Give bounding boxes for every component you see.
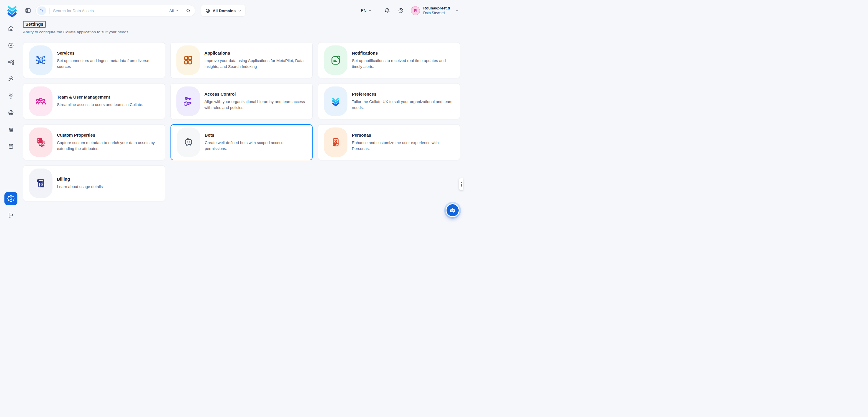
- page-title: Settings: [23, 21, 46, 28]
- card-services[interactable]: Services Set up connectors and ingest me…: [23, 42, 165, 78]
- bot-face-icon: [183, 136, 194, 148]
- services-hub-icon: [35, 54, 46, 66]
- card-personas[interactable]: Personas Enhance and customize the user …: [318, 124, 460, 160]
- card-bots[interactable]: Bots Create well-defined bots with scope…: [170, 124, 313, 160]
- chevron-down-icon[interactable]: [455, 9, 459, 13]
- hand-key-icon: [182, 95, 194, 107]
- card-description: Create well-defined bots with scoped acc…: [205, 140, 305, 151]
- card-description: Tailor the Collate UX to suit your organ…: [352, 99, 453, 110]
- glossary-book-icon[interactable]: [8, 143, 14, 150]
- domains-label: All Domains: [213, 8, 236, 13]
- card-applications[interactable]: Applications Improve your data using App…: [170, 42, 313, 78]
- user-name: Rounakpreet.d: [423, 6, 450, 11]
- help-icon[interactable]: [398, 8, 404, 13]
- chat-bot-icon: [448, 206, 457, 214]
- topbar-right-cluster: EN R Rounakpreet.d Data Steward: [361, 0, 459, 21]
- page-subtitle: Ability to configure the Collate applica…: [23, 30, 460, 34]
- card-description: Capture custom metadata to enrich your d…: [57, 140, 158, 151]
- notifications-bell-icon[interactable]: [384, 8, 390, 13]
- user-avatar[interactable]: R: [411, 6, 420, 16]
- svg-text:$: $: [41, 183, 43, 186]
- card-title: Bots: [205, 133, 305, 138]
- team-users-icon: [35, 95, 46, 107]
- chevron-down-icon: [368, 9, 372, 12]
- card-title: Team & User Management: [57, 95, 158, 99]
- sidebar-item-settings-active[interactable]: [4, 192, 18, 205]
- notifications-tile: [324, 46, 347, 75]
- access-control-tile: [176, 87, 200, 116]
- chevron-down-icon: [175, 9, 179, 12]
- domains-filter-button[interactable]: All Domains: [201, 5, 245, 16]
- insights-bulb-icon[interactable]: [8, 93, 14, 99]
- main-content: Settings Ability to configure the Collat…: [23, 21, 460, 201]
- card-title: Applications: [205, 51, 305, 56]
- card-preferences[interactable]: Preferences Tailor the Collate UX to sui…: [318, 83, 460, 119]
- card-access-control[interactable]: Access Control Align with your organizat…: [170, 83, 313, 119]
- globe-icon: [205, 8, 210, 13]
- preferences-tile: [324, 87, 347, 116]
- edge-tab-dot: [461, 182, 462, 183]
- sidebar-toggle-icon[interactable]: [25, 7, 31, 14]
- logout-icon[interactable]: [8, 212, 14, 218]
- settings-gear-icon: [7, 195, 14, 202]
- card-description: Improve your data using Applications for…: [205, 58, 305, 69]
- card-description: Set up notifications to received real-ti…: [352, 58, 453, 69]
- persona-card-icon: [330, 136, 342, 148]
- user-role: Data Steward: [423, 11, 450, 16]
- team-tile: [29, 87, 53, 116]
- card-custom-properties[interactable]: Custom Properties Capture custom metadat…: [23, 124, 165, 160]
- explore-compass-icon[interactable]: [8, 42, 14, 49]
- card-description: Learn about usage details: [57, 184, 158, 190]
- search-divider-2: [182, 8, 182, 13]
- search-scope-label: All: [169, 8, 174, 13]
- data-flow-icon[interactable]: [8, 59, 14, 65]
- services-tile: [29, 46, 53, 75]
- card-title: Services: [57, 51, 158, 56]
- card-title: Preferences: [352, 92, 453, 96]
- settings-cards-grid: Services Set up connectors and ingest me…: [23, 42, 460, 201]
- language-label: EN: [361, 8, 367, 13]
- card-description: Set up connectors and ingest metadata fr…: [57, 58, 158, 69]
- search-input[interactable]: [53, 8, 169, 13]
- search-scope-dropdown[interactable]: All: [169, 8, 179, 13]
- notification-card-icon: [330, 54, 342, 66]
- custom-properties-tile: [29, 127, 53, 157]
- personas-tile: [324, 127, 347, 157]
- custom-properties-gear-icon: [35, 136, 46, 148]
- card-title: Access Control: [205, 92, 305, 96]
- sidebar-divider: [4, 189, 18, 189]
- home-icon[interactable]: [8, 25, 14, 32]
- card-team-user-management[interactable]: Team & User Management Streamline access…: [23, 83, 165, 119]
- card-billing[interactable]: $ Billing Learn about usage details: [23, 165, 165, 201]
- applications-grid-icon: [183, 54, 194, 66]
- card-title: Personas: [352, 133, 453, 138]
- card-notifications[interactable]: Notifications Set up notifications to re…: [318, 42, 460, 78]
- governance-bank-icon[interactable]: [8, 127, 14, 133]
- avatar-initial: R: [414, 8, 417, 13]
- ai-sparkles-icon[interactable]: [37, 6, 46, 15]
- edge-widget-tab[interactable]: [459, 178, 462, 190]
- bots-tile: [177, 127, 200, 157]
- billing-tile: $: [29, 169, 53, 198]
- left-sidebar: [0, 21, 22, 222]
- chevron-down-icon: [238, 9, 241, 12]
- user-menu[interactable]: Rounakpreet.d Data Steward: [423, 6, 450, 15]
- card-title: Billing: [57, 177, 158, 181]
- card-title: Custom Properties: [57, 133, 158, 138]
- chat-assistant-button[interactable]: [446, 203, 460, 217]
- language-selector[interactable]: EN: [361, 8, 372, 13]
- card-description: Align with your organizational hierarchy…: [205, 99, 305, 110]
- collate-logo-icon[interactable]: [6, 4, 18, 17]
- domains-globe-icon[interactable]: [8, 110, 14, 116]
- search-divider: [49, 8, 50, 13]
- collate-layers-icon: [330, 95, 341, 107]
- billing-receipt-icon: $: [35, 177, 46, 189]
- card-title: Notifications: [352, 51, 453, 56]
- global-search-bar[interactable]: All: [35, 5, 195, 16]
- card-description: Streamline access to users and teams in …: [57, 102, 158, 108]
- discovery-search-eye-icon[interactable]: [8, 76, 14, 82]
- search-icon[interactable]: [186, 8, 191, 13]
- topbar: All All Domains EN R: [0, 0, 462, 21]
- edge-tab-bar: [461, 184, 462, 186]
- applications-tile: [176, 46, 200, 75]
